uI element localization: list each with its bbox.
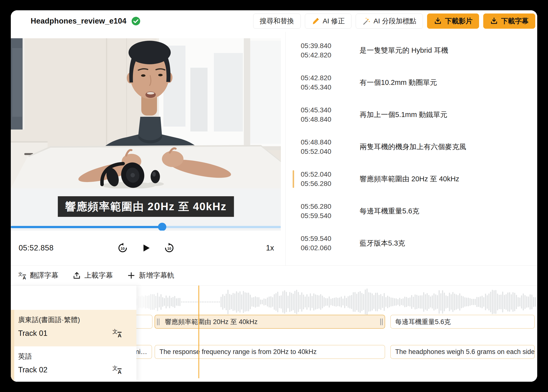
svg-text:文: 文 [112,365,118,371]
app-window: Headphones_review_e104 搜尋和替換 AI 修正 AI 分段… [11,10,537,382]
svg-text:A: A [118,332,122,338]
svg-text:文: 文 [18,272,23,277]
translate-subtitles-button[interactable]: 文A 翻譯字幕 [18,271,58,280]
track-language: 英語 [18,352,136,361]
subtitle-text[interactable]: 兩隻耳機的機身加上有六個麥克風 [360,142,466,152]
search-replace-label: 搜尋和替換 [260,16,294,26]
subtitle-times: 05:42.82005:45.340 [301,73,345,92]
file-title: Headphones_review_e104 [31,17,126,26]
svg-text:10: 10 [121,247,125,250]
player-controls: 05:52.858 10 10 1x [11,231,281,265]
svg-text:10: 10 [167,247,171,250]
segment-drag-handle-left[interactable] [157,318,159,325]
player-subtitle-area: 響應頻率範圍由 20Hz 至 40kHz [11,188,281,231]
rewind-10-button[interactable]: 10 [117,242,128,254]
seek-fill [11,226,162,228]
track-panel-accent-strip [11,310,14,381]
segment-drag-handle-right[interactable] [380,318,383,325]
translate-icon: 文A [18,271,26,280]
segment-text: 響應頻率範圍由 20Hz 至 40kHz [165,317,258,326]
waveform[interactable] [135,286,537,318]
timeline: 響應頻率範圍由 20Hz 至 40kHz 每邊耳機重量5.6克 mi… The … [11,285,537,382]
subtitle-row[interactable]: 05:56.28005:59.540 每邊耳機重量5.6克 [286,195,537,227]
subtitle-list: 05:39.84005:42.820 是一隻雙單元的 Hybrid 耳機 05:… [285,32,537,265]
timeline-playhead[interactable] [198,286,199,378]
track-item-2[interactable]: 英語 Track 02 文A [11,346,136,382]
download-subtitles-label: 下載字幕 [501,16,529,26]
title-wrap: Headphones_review_e104 [31,10,141,32]
search-replace-button[interactable]: 搜尋和替換 [253,13,301,29]
upload-icon [73,271,81,280]
svg-text:A: A [23,275,26,280]
seek-slider[interactable] [11,225,281,229]
add-subtitle-track-button[interactable]: 新增字幕軌 [127,271,174,280]
segment-text: 每邊耳機重量5.6克 [395,317,451,326]
subtitle-text[interactable]: 藍牙版本5.3克 [360,238,405,248]
video-preview[interactable] [11,38,281,188]
waveform-fade [135,286,162,318]
video-frame [11,38,281,188]
subtitle-text[interactable]: 是一隻雙單元的 Hybrid 耳機 [360,46,448,55]
segment-text: The headphones weigh 5.6 grams on each s… [395,348,535,356]
seek-thumb[interactable] [158,223,166,231]
pen-icon [312,17,320,25]
upload-subtitles-button[interactable]: 上載字幕 [73,271,113,280]
header: Headphones_review_e104 搜尋和替換 AI 修正 AI 分段… [11,10,537,32]
timeline-segment-active[interactable]: 響應頻率範圍由 20Hz 至 40kHz [155,315,385,329]
timeline-segment[interactable]: The headphones weigh 5.6 grams on each s… [390,345,535,359]
subtitle-times: 05:59.54006:02.060 [301,234,345,253]
subtitle-times: 05:52.04005:56.280 [301,170,345,188]
svg-text:A: A [118,369,122,374]
translate-label: 翻譯字幕 [30,271,58,280]
magic-wand-icon [362,17,371,25]
track-translate-button[interactable]: 文A [112,328,122,338]
subtitle-toolbar: 文A 翻譯字幕 上載字幕 新增字幕軌 [11,266,537,285]
svg-text:文: 文 [112,328,118,335]
download-video-label: 下載影片 [445,16,472,26]
transport-buttons: 10 10 [117,231,175,265]
current-time: 05:52.858 [19,231,53,265]
track-item-1[interactable]: 廣東話(書面語·繁體) Track 01 文A [11,310,136,346]
download-subtitles-button[interactable]: 下載字幕 [483,13,535,29]
subtitle-text[interactable]: 每邊耳機重量5.6克 [360,206,419,216]
header-actions: 搜尋和替換 AI 修正 AI 分段加標點 下載影片 [253,13,535,29]
ai-segment-label: AI 分段加標點 [374,16,416,26]
subtitle-text[interactable]: 再加上一個5.1mm 動鐵單元 [360,110,447,120]
timeline-segment[interactable]: The response frequency range is from 20H… [155,345,385,359]
subtitle-row[interactable]: 05:42.82005:45.340 有一個10.2mm 動圈單元 [286,66,537,99]
track-language: 廣東話(書面語·繁體) [18,315,136,325]
subtitle-times: 05:48.84005:52.040 [301,138,345,156]
subtitle-row-active[interactable]: 05:52.04005:56.280 響應頻率範圍由 20Hz 至 40kHz [286,163,537,195]
subtitle-times: 05:56.28005:59.540 [301,202,345,221]
timeline-segment[interactable]: 每邊耳機重量5.6克 [390,315,535,329]
subtitle-row[interactable]: 05:48.84005:52.040 兩隻耳機的機身加上有六個麥克風 [286,131,537,163]
active-row-indicator [293,170,294,188]
track-translate-button[interactable]: 文A [112,365,122,374]
saved-check-icon [131,16,141,26]
ai-fix-label: AI 修正 [323,16,345,26]
subtitle-text[interactable]: 響應頻率範圍由 20Hz 至 40kHz [360,174,459,184]
download-video-button[interactable]: 下載影片 [427,13,479,29]
track-panel: 廣東話(書面語·繁體) Track 01 文A 英語 Track 02 文A [11,286,136,382]
segment-text: The response frequency range is from 20H… [159,348,317,356]
upload-label: 上載字幕 [84,271,113,280]
subtitle-row[interactable]: 05:39.84005:42.820 是一隻雙單元的 Hybrid 耳機 [286,34,537,66]
video-subtitle-overlay: 響應頻率範圍由 20Hz 至 40kHz [58,196,234,217]
download-icon [434,17,442,25]
subtitle-row[interactable]: 05:59.54006:02.060 藍牙版本5.3克 [286,227,537,259]
playback-speed-button[interactable]: 1x [266,231,274,265]
plus-icon [127,271,135,280]
subtitle-row[interactable]: 05:45.34005:48.840 再加上一個5.1mm 動鐵單元 [286,99,537,131]
forward-10-button[interactable]: 10 [164,242,175,254]
add-track-label: 新增字幕軌 [139,271,174,280]
download-icon [490,17,498,25]
subtitle-times: 05:39.84005:42.820 [301,41,345,60]
subtitle-times: 05:45.34005:48.840 [301,105,345,124]
ai-segment-button[interactable]: AI 分段加標點 [356,13,423,29]
subtitle-text[interactable]: 有一個10.2mm 動圈單元 [360,78,437,88]
play-button[interactable] [141,243,151,253]
ai-fix-button[interactable]: AI 修正 [305,13,352,29]
